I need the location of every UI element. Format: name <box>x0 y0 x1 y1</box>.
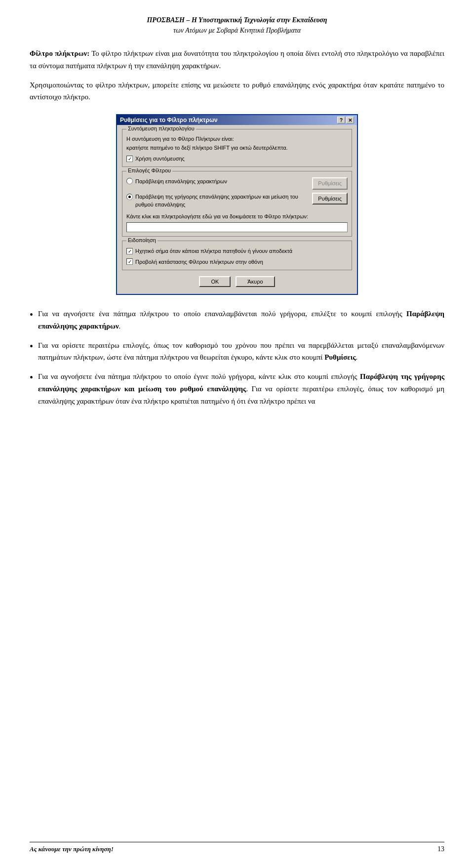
dialog-titlebar: Ρυθμίσεις για το Φίλτρο πλήκτρων ? ✕ <box>117 115 357 125</box>
shortcut-desc-line1: Η συντόμευση για το Φίλτρο Πλήκτρων είνα… <box>126 135 348 143</box>
bullet-item-1: • Για να αγνοήσετε ένα πάτημα πλήκτρου τ… <box>30 308 444 332</box>
titlebar-buttons: ? ✕ <box>337 117 354 124</box>
filter-options-section: Επιλογές Φίλτρου Παράβλεψη επανάληψης χα… <box>122 171 352 237</box>
notification1-row[interactable]: ✓ Ηχητικό σήμα όταν κάποια πλήκτρα πατηθ… <box>126 247 348 255</box>
notification-content: ✓ Ηχητικό σήμα όταν κάποια πλήκτρα πατηθ… <box>126 247 348 266</box>
dialog-wrapper: Ρυθμίσεις για το Φίλτρο πλήκτρων ? ✕ Συν… <box>30 114 444 295</box>
shortcut-checkbox[interactable]: ✓ <box>126 156 133 162</box>
option1-label: Παράβλεψη επανάληψης χαρακτήρων <box>135 177 227 186</box>
ok-button[interactable]: ΟΚ <box>199 276 231 287</box>
notification2-row[interactable]: ✓ Προβολή κατάστασης Φίλτρου πλήκτρων στ… <box>126 258 348 266</box>
filter-keys-dialog: Ρυθμίσεις για το Φίλτρο πλήκτρων ? ✕ Συν… <box>116 114 358 295</box>
dialog-footer: ΟΚ Άκυρο <box>122 274 352 289</box>
close-button[interactable]: ✕ <box>346 117 354 124</box>
page: ΠΡΟΣΒΑΣΗ – Η Υποστηρικτική Τεχνολογία στ… <box>0 0 474 868</box>
shortcut-content: Η συντόμευση για το Φίλτρο Πλήκτρων είνα… <box>126 135 348 163</box>
dialog-title: Ρυθμίσεις για το Φίλτρο πλήκτρων <box>120 117 218 124</box>
bullet3-text-before: Για να αγνοήσετε ένα πάτημα πλήκτρου το … <box>38 372 360 380</box>
bullet2-text-before: Για να ορίσετε περαιτέρω επιλογές, όπως … <box>38 341 444 362</box>
header-title-line1: ΠΡΟΣΒΑΣΗ – Η Υποστηρικτική Τεχνολογία στ… <box>30 15 444 25</box>
notification2-label: Προβολή κατάστασης Φίλτρου πλήκτρων στην… <box>135 258 263 266</box>
bullet1-text-after: . <box>119 322 121 330</box>
notification2-checkbox[interactable]: ✓ <box>126 258 133 265</box>
bullet-text-2: Για να ορίσετε περαιτέρω επιλογές, όπως … <box>38 339 444 364</box>
filter-option2-row: Παράβλεψη της γρήγορης επανάληψης χαρακτ… <box>126 193 348 209</box>
notification-section-label: Ειδοποίηση <box>126 237 158 243</box>
filter-option1-left: Παράβλεψη επανάληψης χαρακτήρων <box>126 177 312 186</box>
page-header: ΠΡΟΣΒΑΣΗ – Η Υποστηρικτική Τεχνολογία στ… <box>30 15 444 36</box>
help-button[interactable]: ? <box>337 117 345 124</box>
filter-option1-row: Παράβλεψη επανάληψης χαρακτήρων Ρυθμίσει… <box>126 177 348 190</box>
bullet-text-1: Για να αγνοήσετε ένα πάτημα πλήκτρου το … <box>38 308 444 332</box>
notification1-checkbox[interactable]: ✓ <box>126 248 133 254</box>
bullet-item-3: • Για να αγνοήσετε ένα πάτημα πλήκτρου τ… <box>30 371 444 407</box>
notification-section: Ειδοποίηση ✓ Ηχητικό σήμα όταν κάποια πλ… <box>122 241 352 270</box>
shortcut-desc-line2: κρατήστε πατημένο το δεξί πλήκτρο SHIFT … <box>126 144 348 152</box>
shortcut-section: Συντόμευση πληκτρολογίου Η συντόμευση γι… <box>122 129 352 167</box>
intro-text: Το φίλτρο πλήκτρων είναι μια δυνατότητα … <box>30 49 444 70</box>
bullet2-text-after: . <box>356 353 358 361</box>
bullet-dot-3: • <box>30 370 33 386</box>
option1-radio[interactable] <box>126 178 133 184</box>
bullet-text-3: Για να αγνοήσετε ένα πάτημα πλήκτρου το … <box>38 371 444 407</box>
shortcut-section-label: Συντόμευση πληκτρολογίου <box>126 125 196 131</box>
option2-radio[interactable] <box>126 194 133 200</box>
option2-label: Παράβλεψη της γρήγορης επανάληψης χαρακτ… <box>135 193 308 209</box>
notification1-label: Ηχητικό σήμα όταν κάποια πλήκτρα πατηθού… <box>135 247 292 255</box>
bullet2-bold: Ρυθμίσεις <box>324 353 356 361</box>
option1-settings-button[interactable]: Ρυθμίσεις <box>312 177 348 190</box>
bullet-dot-2: • <box>30 338 33 355</box>
cancel-button[interactable]: Άκυρο <box>236 276 275 287</box>
test-input-field[interactable] <box>126 222 348 232</box>
test-label: Κάντε κλικ και πληκτρολογήστε εδώ για να… <box>126 213 348 220</box>
dialog-body: Συντόμευση πληκτρολογίου Η συντόμευση γι… <box>117 125 357 294</box>
page-footer: Ας κάνουμε την πρώτη κίνηση! 13 <box>30 842 444 853</box>
page-number: 13 <box>437 845 444 853</box>
option2-settings-button[interactable]: Ρυθμίσεις <box>312 193 348 205</box>
bullet-dot-1: • <box>30 307 33 323</box>
bullet1-text-before: Για να αγνοήσετε ένα πάτημα πλήκτρου το … <box>38 310 406 318</box>
shortcut-checkbox-label: Χρήση συντόμευσης <box>135 155 185 163</box>
header-title-line2: των Ατόμων με Σοβαρά Κινητικά Προβλήματα <box>30 25 444 36</box>
footer-left-text: Ας κάνουμε την πρώτη κίνηση! <box>30 845 114 853</box>
second-paragraph: Χρησιμοποιώντας το φίλτρο πλήκτρων, μπορ… <box>30 79 444 104</box>
bullet-section: • Για να αγνοήσετε ένα πάτημα πλήκτρου τ… <box>30 308 444 407</box>
bullet-item-2: • Για να ορίσετε περαιτέρω επιλογές, όπω… <box>30 339 444 364</box>
filter-content: Παράβλεψη επανάληψης χαρακτήρων Ρυθμίσει… <box>126 177 348 232</box>
filter-option2-left: Παράβλεψη της γρήγορης επανάληψης χαρακτ… <box>126 193 308 209</box>
test-area: Κάντε κλικ και πληκτρολογήστε εδώ για να… <box>126 213 348 232</box>
shortcut-checkbox-row[interactable]: ✓ Χρήση συντόμευσης <box>126 155 348 163</box>
filter-section-label: Επιλογές Φίλτρου <box>126 167 172 173</box>
intro-term: Φίλτρο πλήκτρων: <box>30 49 89 57</box>
intro-paragraph: Φίλτρο πλήκτρων: Το φίλτρο πλήκτρων είνα… <box>30 47 444 72</box>
